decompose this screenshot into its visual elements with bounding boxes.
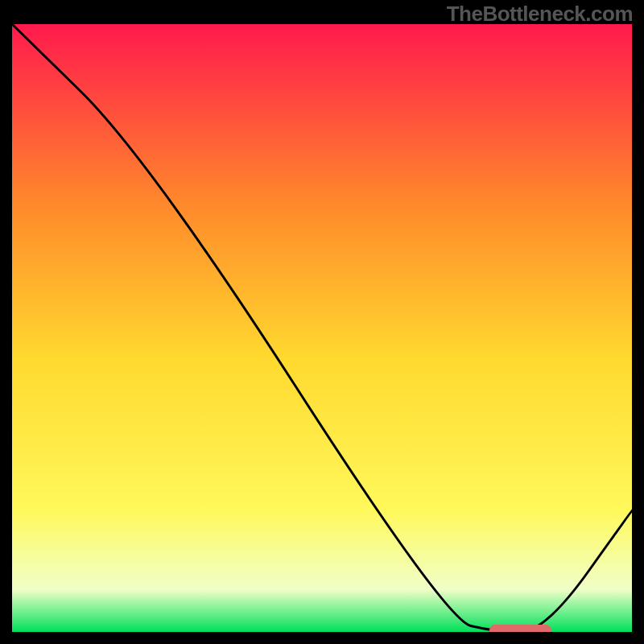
chart-svg — [12, 24, 632, 632]
chart-frame: TheBottleneck.com — [0, 0, 644, 644]
plot-area — [12, 24, 632, 632]
gradient-background — [12, 24, 632, 632]
optimal-marker — [489, 625, 551, 632]
watermark-text: TheBottleneck.com — [447, 2, 633, 27]
